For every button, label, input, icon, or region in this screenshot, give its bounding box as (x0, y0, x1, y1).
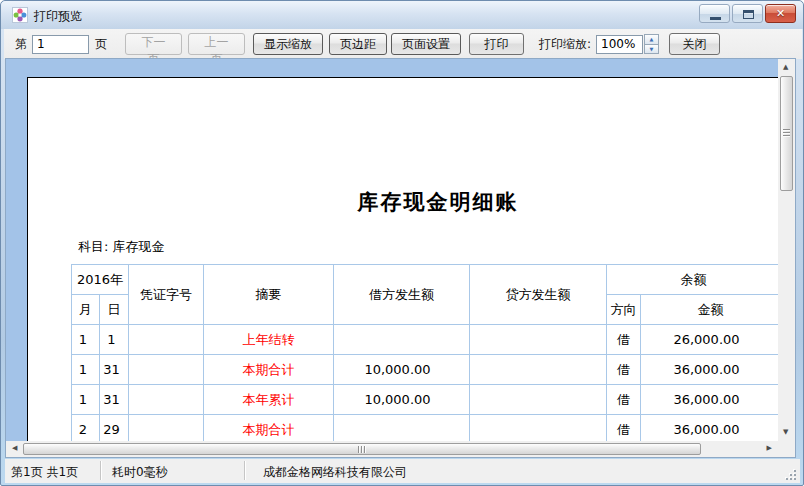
amount-cell: 36,000.00 (641, 385, 779, 415)
page-prefix-label: 第 (15, 36, 27, 53)
show-zoom-button[interactable]: 显示缩放 (253, 33, 323, 55)
print-zoom-label: 打印缩放: (539, 36, 591, 53)
next-page-button[interactable]: 下一页 (125, 33, 182, 55)
spinner-down-icon[interactable]: ▼ (644, 45, 659, 55)
maximize-icon (743, 10, 754, 19)
voucher-cell (129, 415, 204, 442)
app-icon (12, 7, 28, 23)
debit-cell (334, 415, 470, 442)
statusbar: 第1页 共1页 耗时0毫秒 成都金格网络科技有限公司 (5, 459, 800, 483)
debit-cell: 10,000.00 (334, 385, 470, 415)
credit-cell (470, 385, 607, 415)
close-icon: ✕ (766, 7, 795, 20)
debit-cell (334, 325, 470, 355)
credit-cell (470, 325, 607, 355)
minimize-icon (710, 17, 721, 20)
vertical-scroll-thumb[interactable] (780, 76, 793, 191)
close-preview-button[interactable]: 关闭 (669, 33, 720, 55)
report-page: 库存现金明细账 科目: 库存现金 2016年 凭证字号 摘要 借方发生额 贷方发… (27, 77, 778, 441)
month-cell: 1 (72, 355, 100, 385)
scroll-up-icon[interactable]: ▲ (783, 64, 788, 71)
ledger-row: 1 1 上年结转 借 26,000.00 (72, 325, 779, 355)
summary-cell: 本期合计 (204, 355, 334, 385)
status-divider (100, 461, 101, 480)
page-number-input[interactable] (32, 35, 89, 54)
header-row-1: 2016年 凭证字号 摘要 借方发生额 贷方发生额 余额 (72, 265, 779, 295)
direction-cell: 借 (607, 385, 641, 415)
summary-cell: 上年结转 (204, 325, 334, 355)
status-divider (244, 461, 245, 480)
credit-cell (470, 415, 607, 442)
horizontal-scrollbar[interactable]: ◀ ▶ (6, 441, 778, 457)
window-title: 打印预览 (34, 8, 82, 25)
titlebar: 打印预览 ✕ (1, 1, 803, 29)
scroll-grip (783, 129, 790, 137)
prev-page-button[interactable]: 上一页 (188, 33, 245, 55)
direction-cell: 借 (607, 355, 641, 385)
spinner-up-icon[interactable]: ▲ (644, 34, 659, 45)
scroll-right-icon[interactable]: ▶ (767, 445, 772, 452)
window-controls: ✕ (699, 4, 796, 23)
scroll-left-icon[interactable]: ◀ (12, 445, 17, 452)
balance-header: 余额 (607, 265, 779, 295)
preview-shell: 库存现金明细账 科目: 库存现金 2016年 凭证字号 摘要 借方发生额 贷方发… (5, 58, 796, 458)
debit-header: 借方发生额 (334, 265, 470, 325)
minimize-button[interactable] (699, 4, 730, 23)
credit-cell (470, 355, 607, 385)
direction-cell: 借 (607, 415, 641, 442)
month-header: 月 (72, 295, 100, 325)
close-button[interactable]: ✕ (765, 4, 796, 23)
amount-cell: 36,000.00 (641, 355, 779, 385)
print-zoom-spinner: ▲ ▼ (644, 34, 659, 54)
amount-cell: 26,000.00 (641, 325, 779, 355)
summary-cell: 本期合计 (204, 415, 334, 442)
direction-header: 方向 (607, 295, 641, 325)
amount-header: 金额 (641, 295, 779, 325)
day-cell: 31 (100, 385, 129, 415)
print-zoom-input[interactable] (596, 35, 643, 54)
debit-cell: 10,000.00 (334, 355, 470, 385)
month-cell: 1 (72, 325, 100, 355)
ledger-table: 2016年 凭证字号 摘要 借方发生额 贷方发生额 余额 月 日 方向 金额 (71, 264, 778, 441)
voucher-cell (129, 325, 204, 355)
month-cell: 2 (72, 415, 100, 442)
report-title: 库存现金明细账 (28, 188, 778, 216)
day-header: 日 (100, 295, 129, 325)
horizontal-scroll-thumb[interactable] (23, 443, 701, 455)
scroll-down-icon[interactable]: ▼ (783, 429, 788, 436)
vertical-scrollbar[interactable]: ▲ ▼ (778, 59, 795, 441)
status-elapsed: 耗时0毫秒 (112, 464, 168, 481)
ledger-row: 2 29 本期合计 借 36,000.00 (72, 415, 779, 442)
subject-line: 科目: 库存现金 (78, 238, 165, 256)
credit-header: 贷方发生额 (470, 265, 607, 325)
maximize-button[interactable] (732, 4, 763, 23)
day-cell: 1 (100, 325, 129, 355)
print-button[interactable]: 打印 (469, 33, 524, 55)
direction-cell: 借 (607, 325, 641, 355)
preview-viewport: 库存现金明细账 科目: 库存现金 2016年 凭证字号 摘要 借方发生额 贷方发… (6, 59, 778, 441)
ledger-row: 1 31 本年累计 10,000.00 借 36,000.00 (72, 385, 779, 415)
scroll-grip (358, 446, 366, 453)
toolbar: 第 页 下一页 上一页 显示缩放 页边距 页面设置 打印 打印缩放: ▲ ▼ 关… (4, 29, 802, 59)
amount-cell: 36,000.00 (641, 415, 779, 442)
print-preview-window: 打印预览 ✕ 第 页 下一页 上一页 显示缩放 页边距 页面设置 打印 打印缩放… (0, 0, 804, 486)
page-setup-button[interactable]: 页面设置 (391, 33, 461, 55)
margins-button[interactable]: 页边距 (329, 33, 387, 55)
voucher-cell (129, 355, 204, 385)
status-page-info: 第1页 共1页 (11, 464, 78, 481)
month-cell: 1 (72, 385, 100, 415)
day-cell: 31 (100, 355, 129, 385)
ledger-row: 1 31 本期合计 10,000.00 借 36,000.00 (72, 355, 779, 385)
page-suffix-label: 页 (95, 36, 107, 53)
summary-header: 摘要 (204, 265, 334, 325)
year-header: 2016年 (72, 265, 129, 295)
voucher-cell (129, 385, 204, 415)
voucher-header: 凭证字号 (129, 265, 204, 325)
status-company: 成都金格网络科技有限公司 (263, 464, 407, 481)
day-cell: 29 (100, 415, 129, 442)
resize-grip-icon[interactable] (784, 468, 796, 480)
scrollbar-corner (778, 441, 795, 457)
summary-cell: 本年累计 (204, 385, 334, 415)
